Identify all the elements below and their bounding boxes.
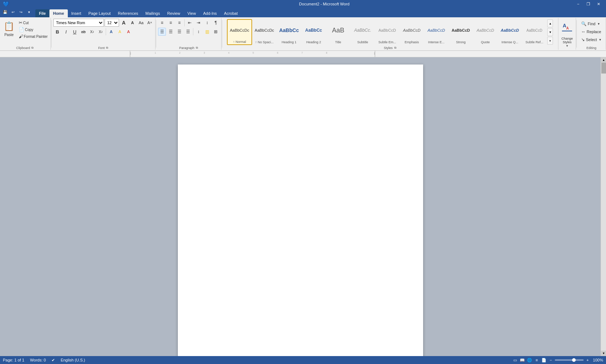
document-scroll[interactable] [0,57,601,356]
restore-button[interactable]: ❐ [584,1,593,7]
customize-quick-btn[interactable]: ▾ [25,9,32,15]
clipboard-expander[interactable]: ⧉ [31,46,34,50]
tab-view[interactable]: View [184,9,200,17]
tab-mailings[interactable]: Mailings [142,9,163,17]
zoom-percent: 100% [592,358,603,362]
style-strong[interactable]: AaBbCcD Strong [448,19,473,45]
scroll-track[interactable] [601,63,606,351]
full-reading-btn[interactable]: 📖 [519,357,525,363]
style-intense-q[interactable]: AaBbCcD Intense Q... [497,19,522,45]
zoom-out-btn[interactable]: − [548,358,553,362]
styles-expand[interactable]: ▾ [547,37,553,45]
style-no-spacing[interactable]: AaBbCcDc ↑ No Spaci... [252,19,277,45]
tab-addins[interactable]: Add-Ins [199,9,220,17]
sort-btn[interactable]: ↕ [203,19,211,27]
style-subtitle[interactable]: AaBbCc. Subtitle [350,19,375,45]
format-painter-button[interactable]: 🖌 Format Painter [17,33,49,40]
language-info[interactable]: English (U.S.) [61,358,85,362]
font-color-btn[interactable]: A [124,28,132,36]
decrease-indent-btn[interactable]: ⇤ [186,19,194,27]
save-quick-btn[interactable]: 💾 [1,9,9,15]
show-hide-btn[interactable]: ¶ [212,19,220,27]
tab-home[interactable]: Home [49,9,68,17]
styles-scroll-up[interactable]: ▲ [547,19,553,27]
style-normal[interactable]: AaBbCcDc ↑ Normal [227,19,252,45]
style-heading1[interactable]: AaBbCc Heading 1 [277,19,301,45]
tab-page-layout[interactable]: Page Layout [85,9,114,17]
font-name-select[interactable]: Times New Rom [53,19,104,27]
styles-expander[interactable]: ⧉ [394,46,397,50]
style-normal-preview: AaBbCcDc [230,21,249,40]
style-subtle-ref[interactable]: AaBbCcD Subtle Ref... [522,19,546,45]
italic-btn[interactable]: I [62,28,70,36]
font-expander[interactable]: ⧉ [105,46,109,50]
select-arrow: ▼ [599,38,602,41]
right-scrollbar[interactable]: ▲ ▼ [601,57,606,356]
redo-quick-btn[interactable]: ↪ [17,9,25,15]
style-heading2[interactable]: AaBbCc Heading 2 [301,19,326,45]
web-layout-btn[interactable]: 🌐 [527,357,532,363]
underline-btn[interactable]: U [71,28,79,36]
ribbon: 📋 Paste ✂ Cut 📄 Copy 🖌 Format Painter [0,17,606,51]
align-left-btn[interactable]: ☰ [158,28,166,36]
find-button[interactable]: 🔍 Find ▼ [579,20,603,27]
shading-btn[interactable]: ▥ [203,28,211,36]
text-effects-btn[interactable]: A [107,28,115,36]
align-center-btn[interactable]: ☰ [167,28,175,36]
style-title-preview: AaB [332,20,344,40]
change-case-btn[interactable]: Aa [137,19,145,27]
tab-review[interactable]: Review [163,9,184,17]
multilevel-btn[interactable]: ≡ [175,19,183,27]
para-expander[interactable]: ⧉ [195,46,199,50]
style-subtle-em[interactable]: AaBbCcD Subtle Em... [375,19,399,45]
clipboard-label: Clipboard ⧉ [16,46,35,50]
change-styles-button[interactable]: A A ChangeStyles ▼ [560,19,574,48]
text-highlight-btn[interactable]: A [116,28,124,36]
document-page[interactable] [178,65,423,356]
scroll-up-btn[interactable]: ▲ [601,57,606,63]
undo-quick-btn[interactable]: ↩ [9,9,17,15]
justify-btn[interactable]: ☰ [184,28,192,36]
tab-insert[interactable]: Insert [68,9,85,17]
font-shrink-btn[interactable]: A [128,19,136,27]
print-layout-btn[interactable]: ▭ [512,357,518,363]
spell-check-icon[interactable]: ✔ [52,358,55,363]
bold-btn[interactable]: B [53,28,61,36]
font-grow-btn[interactable]: A [120,19,128,27]
scroll-thumb[interactable] [601,63,606,74]
align-right-btn[interactable]: ☰ [175,28,183,36]
clipboard-group: 📋 Paste ✂ Cut 📄 Copy 🖌 Format Painter [0,18,51,50]
find-arrow: ▼ [597,22,600,26]
scroll-down-btn[interactable]: ▼ [601,351,606,356]
draft-view-btn[interactable]: 📄 [541,357,547,363]
replace-button[interactable]: ↔ Replace [579,28,603,35]
copy-button[interactable]: 📄 Copy [17,26,49,33]
styles-scroll-down[interactable]: ▼ [547,28,553,36]
close-button[interactable]: ✕ [594,1,603,7]
zoom-slider[interactable] [555,359,584,361]
select-button[interactable]: ↘ Select ▼ [579,36,603,43]
strikethrough-btn[interactable]: ab [79,28,87,36]
tab-acrobat[interactable]: Acrobat [220,9,241,17]
sep2 [156,20,156,48]
outline-view-btn[interactable]: ≡ [534,357,540,363]
style-title[interactable]: AaB Title [326,19,350,45]
subscript-btn[interactable]: X2 [88,28,96,36]
paste-button[interactable]: 📋 Paste [1,19,17,38]
increase-indent-btn[interactable]: ⇥ [194,19,202,27]
bullets-btn[interactable]: ≡ [158,19,166,27]
line-spacing-btn[interactable]: ↕ [194,28,202,36]
cut-button[interactable]: ✂ Cut [17,19,49,26]
style-quote[interactable]: AaBbCcD Quote [473,19,497,45]
tab-file[interactable]: File [35,9,49,17]
style-intense-e[interactable]: AaBbCcD Intense E... [424,19,448,45]
clear-formatting-btn[interactable]: A✕ [146,19,154,27]
numbering-btn[interactable]: ≡ [167,19,175,27]
minimize-button[interactable]: − [574,1,583,7]
superscript-btn[interactable]: X2 [97,28,105,36]
tab-references[interactable]: References [114,9,142,17]
style-emphasis[interactable]: AaBbCcD Emphasis [399,19,424,45]
borders-btn[interactable]: ⊞ [212,28,220,36]
zoom-in-btn[interactable]: + [585,358,590,362]
font-size-select[interactable]: 12 [105,19,119,27]
